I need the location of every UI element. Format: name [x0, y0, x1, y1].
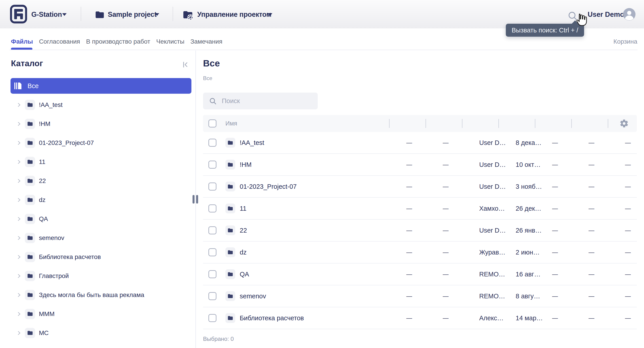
folder-icon — [228, 271, 233, 277]
tab[interactable]: Замечания — [190, 38, 222, 45]
column-separator[interactable] — [498, 119, 499, 128]
file-name[interactable]: 01-2023_Project-07 — [240, 183, 297, 190]
table-row[interactable]: 01-2023_Project-07 — — User D… 3 нояб… —… — [203, 176, 637, 198]
table-body: !AA_test — — User D… 8 дека… — — — — [203, 132, 637, 329]
tab[interactable]: В производство работ — [86, 38, 150, 45]
row-checkbox[interactable] — [208, 226, 216, 234]
column-separator[interactable] — [426, 119, 426, 128]
cell-empty: — — [608, 220, 637, 241]
catalog-folder-row[interactable]: 01-2023_Project-07 — [10, 133, 192, 152]
trash-link[interactable]: Корзина — [613, 38, 637, 45]
tab[interactable]: Файлы — [11, 38, 33, 45]
table-row[interactable]: !HM — — User D… 10 окт… — — — — [203, 154, 637, 176]
column-separator[interactable] — [462, 119, 462, 128]
project-caret-icon[interactable] — [155, 13, 159, 16]
chevron-right-icon[interactable] — [16, 235, 22, 241]
column-separator[interactable] — [608, 119, 608, 128]
chevron-right-icon[interactable] — [16, 197, 22, 203]
row-checkbox[interactable] — [208, 160, 216, 169]
cell-author: REMO… — [462, 286, 499, 307]
panel-resize-handle[interactable] — [196, 195, 198, 204]
chevron-right-icon[interactable] — [16, 178, 22, 184]
user-avatar-icon[interactable] — [623, 8, 636, 20]
column-header — [462, 115, 499, 132]
table-row[interactable]: Библиотека расчетов — — Алекс… 14 мар… —… — [203, 307, 637, 329]
folder-tile — [226, 269, 235, 279]
tab[interactable]: Согласования — [39, 38, 80, 45]
file-name[interactable]: 11 — [240, 205, 246, 212]
cell-empty: — — [608, 132, 637, 154]
table-row[interactable]: 22 — — User D… 26 янв… — — — — [203, 220, 637, 242]
chevron-right-icon[interactable] — [16, 254, 22, 260]
folder-icon — [228, 162, 233, 168]
catalog-folder-row[interactable]: dz — [10, 190, 192, 209]
chevron-right-icon[interactable] — [16, 292, 22, 298]
app-menu-caret-icon[interactable] — [62, 13, 67, 16]
chevron-right-icon[interactable] — [16, 311, 22, 317]
collapse-sidebar-icon[interactable] — [181, 60, 190, 69]
project-selector[interactable]: Sample project — [108, 10, 156, 19]
table-row[interactable]: semenov — — REMO… 8 авгу… — — — — [203, 286, 637, 307]
file-name[interactable]: !AA_test — [240, 139, 264, 146]
row-checkbox[interactable] — [208, 270, 216, 278]
panel-resize-handle[interactable] — [192, 195, 194, 204]
search-input[interactable] — [222, 97, 311, 105]
table-row[interactable]: dz — — Журав… 2 июн… — — — — [203, 242, 637, 264]
catalog-folder-row[interactable]: МС — [10, 324, 192, 342]
chevron-right-icon[interactable] — [16, 330, 22, 336]
column-separator[interactable] — [389, 119, 390, 128]
column-separator[interactable] — [571, 119, 572, 128]
file-name[interactable]: 22 — [240, 227, 247, 234]
file-name[interactable]: semenov — [240, 292, 266, 300]
file-name[interactable]: !HM — [240, 161, 252, 168]
app-name[interactable]: G-Station — [31, 10, 62, 19]
select-all-checkbox[interactable] — [208, 120, 216, 128]
module-selector[interactable]: Управление проектом — [197, 10, 272, 19]
column-separator[interactable] — [535, 119, 535, 128]
chevron-right-icon[interactable] — [16, 159, 22, 165]
catalog-folder-row[interactable]: 22 — [10, 171, 192, 190]
catalog-folder-row[interactable]: 11 — [10, 152, 192, 171]
table-row[interactable]: QA — — REMO… 16 авг… — — — — [203, 264, 637, 286]
user-menu[interactable]: User Demo — [588, 10, 624, 19]
tab-label: Файлы — [11, 38, 33, 45]
cell-empty: — — [608, 286, 637, 307]
chevron-right-icon[interactable] — [16, 216, 22, 222]
file-name[interactable]: dz — [240, 249, 247, 256]
chevron-right-icon[interactable] — [16, 140, 22, 146]
chevron-right-icon[interactable] — [16, 273, 22, 279]
row-checkbox[interactable] — [208, 182, 216, 190]
cell-empty: — — [535, 286, 572, 307]
row-checkbox[interactable] — [208, 248, 216, 256]
cell-empty: — — [426, 307, 462, 329]
file-name[interactable]: QA — [240, 270, 249, 278]
column-header — [499, 115, 535, 132]
chevron-right-icon[interactable] — [16, 102, 22, 108]
table-row[interactable]: !AA_test — — User D… 8 дека… — — — — [203, 132, 637, 154]
breadcrumb[interactable]: Все — [203, 75, 212, 82]
chevron-right-icon[interactable] — [16, 121, 22, 127]
catalog-folder-row[interactable]: Главстрой — [10, 266, 192, 286]
row-checkbox[interactable] — [208, 292, 216, 300]
catalog-folder-row[interactable]: МММ — [10, 304, 192, 324]
row-checkbox[interactable] — [208, 204, 216, 212]
tooltip-text: Вызвать поиск: Ctrl + / — [512, 26, 578, 34]
cell-empty: — — [535, 132, 572, 154]
file-search-box[interactable] — [203, 92, 318, 109]
table-settings-gear-icon[interactable] — [620, 119, 629, 128]
row-checkbox[interactable] — [208, 314, 216, 322]
catalog-folder-row[interactable]: !AA_test — [10, 95, 192, 114]
catalog-folder-row[interactable]: Здесь могла бы быть ваша реклама — [10, 286, 192, 304]
folder-icon — [27, 235, 33, 241]
table-row[interactable]: 11 — — Хамхо… 26 дек… — — — — [203, 198, 637, 220]
catalog-folder-row[interactable]: Библиотека расчетов — [10, 247, 192, 266]
catalog-folder-row[interactable]: !HM — [10, 114, 192, 133]
cell-empty: — — [426, 242, 462, 263]
file-name[interactable]: Библиотека расчетов — [240, 314, 304, 322]
row-checkbox[interactable] — [208, 139, 216, 147]
catalog-folder-row[interactable]: semenov — [10, 228, 192, 247]
module-caret-icon[interactable] — [268, 13, 272, 16]
catalog-item-all[interactable]: Все — [10, 78, 192, 94]
catalog-folder-row[interactable]: QA — [10, 209, 192, 228]
tab[interactable]: Чеклисты — [156, 38, 184, 45]
